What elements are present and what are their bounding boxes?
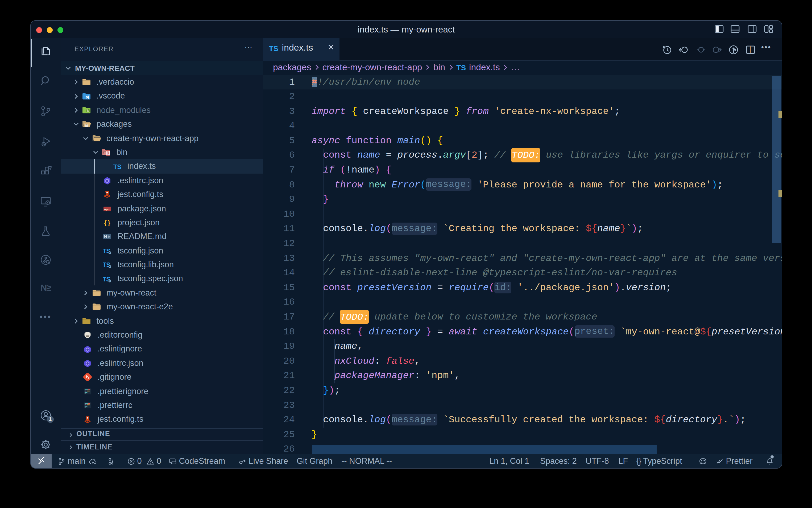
svg-text:{ }: { }	[104, 219, 111, 226]
svg-text:js: js	[87, 109, 89, 112]
svg-text:npm: npm	[104, 207, 111, 211]
svg-text:TS: TS	[113, 163, 122, 170]
svg-text:10: 10	[107, 153, 110, 156]
